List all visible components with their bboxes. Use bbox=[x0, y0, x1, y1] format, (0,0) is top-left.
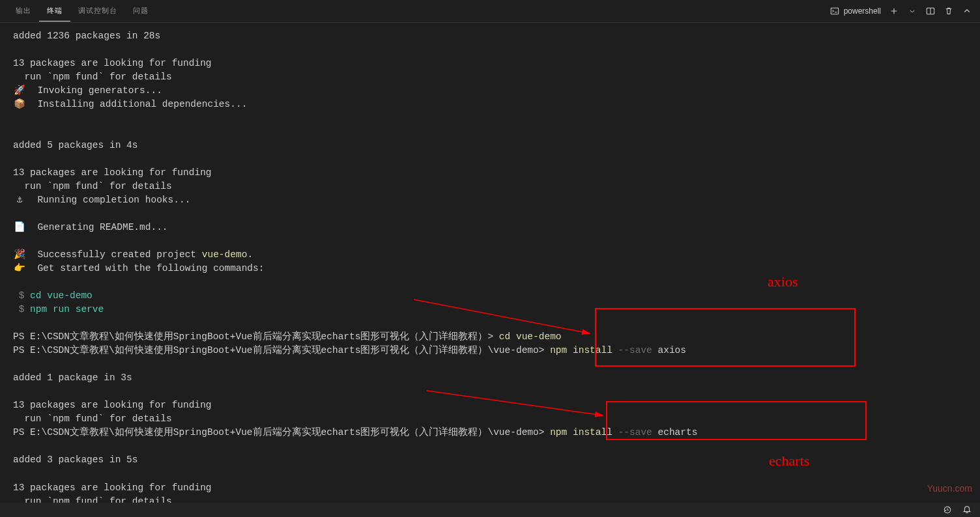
prompt-dollar: $ bbox=[13, 304, 24, 314]
terminal-profile-label: powershell bbox=[844, 7, 881, 16]
ps-prompt: PS E:\CSDN文章教程\如何快速使用SpringBoot+Vue前后端分离… bbox=[13, 427, 550, 438]
package-icon: 📦 bbox=[13, 98, 26, 111]
tab-problems[interactable]: 问题 bbox=[125, 1, 156, 21]
ps-prompt: PS E:\CSDN文章教程\如何快速使用SpringBoot+Vue前后端分离… bbox=[13, 331, 499, 342]
watermark: Yuucn.com bbox=[927, 483, 972, 494]
bell-icon[interactable] bbox=[962, 505, 972, 515]
terminal-actions: powershell bbox=[829, 6, 972, 16]
panel-tabs: 输出 终端 调试控制台 问题 bbox=[8, 1, 829, 21]
text-line: Get started with the following commands: bbox=[26, 263, 264, 273]
terminal-icon bbox=[829, 6, 840, 16]
text-line: added 3 packages in 5s bbox=[13, 454, 137, 465]
rocket-icon: 🚀 bbox=[13, 84, 26, 98]
tab-debug-console[interactable]: 调试控制台 bbox=[70, 1, 125, 21]
tab-output[interactable]: 输出 bbox=[8, 1, 39, 21]
text-line: Successfully created project bbox=[26, 249, 202, 260]
point-icon: 👉 bbox=[13, 262, 26, 275]
terminal-profile[interactable]: powershell bbox=[829, 6, 881, 16]
ps-prompt: PS E:\CSDN文章教程\如何快速使用SpringBoot+Vue前后端分离… bbox=[13, 345, 550, 356]
history-icon[interactable] bbox=[942, 505, 953, 515]
panel-header: 输出 终端 调试控制台 问题 powershell bbox=[0, 0, 980, 23]
text-line: Running completion hooks... bbox=[26, 195, 190, 205]
text-line: added 1236 packages in 28s bbox=[13, 31, 160, 41]
statusbar bbox=[0, 503, 980, 517]
text-line: Invoking generators... bbox=[26, 85, 162, 96]
svg-rect-0 bbox=[831, 8, 838, 14]
split-terminal-icon[interactable] bbox=[925, 6, 936, 16]
text-line: added 1 package in 3s bbox=[13, 372, 132, 383]
ps-command: npm install bbox=[550, 427, 618, 438]
ps-flag: --save bbox=[618, 427, 652, 438]
command-cd: cd vue-demo bbox=[24, 290, 92, 301]
ps-command: cd vue-demo bbox=[499, 331, 562, 342]
trash-icon[interactable] bbox=[944, 6, 954, 16]
chevron-down-icon[interactable] bbox=[907, 6, 917, 16]
chevron-up-icon[interactable] bbox=[962, 6, 972, 16]
text-line: 13 packages are looking for funding bbox=[13, 58, 212, 68]
project-name: vue-demo bbox=[202, 249, 248, 260]
ps-flag: --save bbox=[618, 345, 652, 356]
ps-command: npm install bbox=[550, 345, 618, 356]
text-line: run `npm fund` for details bbox=[13, 181, 172, 191]
text-line: 13 packages are looking for funding bbox=[13, 482, 212, 493]
text-line: . bbox=[247, 249, 253, 260]
new-terminal-icon[interactable] bbox=[889, 6, 899, 16]
text-line: Generating README.md... bbox=[26, 222, 168, 232]
text-line: run `npm fund` for details bbox=[13, 72, 172, 82]
text-line: run `npm fund` for details bbox=[13, 413, 172, 424]
ps-arg: echarts bbox=[652, 427, 698, 438]
text-line: added 5 packages in 4s bbox=[13, 140, 137, 150]
tab-terminal[interactable]: 终端 bbox=[39, 1, 70, 21]
ps-arg: axios bbox=[652, 345, 686, 356]
command-serve: npm run serve bbox=[24, 304, 104, 314]
anchor-icon: ⚓ bbox=[13, 193, 26, 207]
text-line: Installing additional dependencies... bbox=[26, 99, 247, 109]
terminal-output[interactable]: added 1236 packages in 28s 13 packages a… bbox=[0, 23, 980, 517]
prompt-dollar: $ bbox=[13, 290, 24, 301]
text-line: 13 packages are looking for funding bbox=[13, 400, 212, 410]
document-icon: 📄 bbox=[13, 221, 26, 234]
party-icon: 🎉 bbox=[13, 248, 26, 262]
text-line: 13 packages are looking for funding bbox=[13, 167, 212, 178]
